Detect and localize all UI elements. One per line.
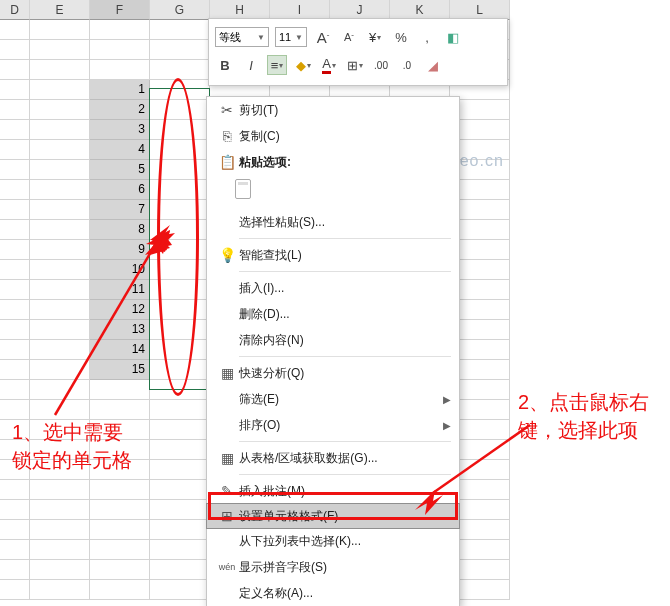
cell[interactable]: 15 [90,360,150,380]
cell[interactable] [30,380,90,400]
cell[interactable]: 10 [90,260,150,280]
cell[interactable] [0,420,30,440]
cell[interactable] [90,440,150,460]
col-header[interactable]: I [270,0,330,20]
cell[interactable] [30,520,90,540]
cell[interactable] [0,220,30,240]
cell[interactable]: 11 [90,280,150,300]
cell[interactable] [30,260,90,280]
cell[interactable] [30,60,90,80]
menu-define-name[interactable]: 定义名称(A)... [207,580,459,606]
align-button[interactable]: ≡▾ [267,55,287,75]
cell[interactable] [0,60,30,80]
cell[interactable]: 12 [90,300,150,320]
cell[interactable] [0,280,30,300]
cell[interactable] [0,320,30,340]
cell[interactable] [30,480,90,500]
cell[interactable]: 13 [90,320,150,340]
cell[interactable]: 6 [90,180,150,200]
cell[interactable] [90,540,150,560]
cell[interactable] [0,560,30,580]
cell[interactable] [0,180,30,200]
cell[interactable] [150,380,210,400]
cell[interactable] [150,440,210,460]
cell[interactable]: 7 [90,200,150,220]
italic-button[interactable]: I [241,55,261,75]
cell[interactable] [90,580,150,600]
menu-get-from-range[interactable]: ▦从表格/区域获取数据(G)... [207,445,459,471]
cell[interactable] [30,100,90,120]
cell[interactable] [90,20,150,40]
col-header[interactable]: L [450,0,510,20]
col-header[interactable]: K [390,0,450,20]
cell[interactable]: 4 [90,140,150,160]
menu-copy[interactable]: ⎘复制(C) [207,123,459,149]
cell[interactable] [30,540,90,560]
cell[interactable] [150,320,210,340]
cell[interactable] [30,140,90,160]
decimals-button[interactable]: .0 [397,55,417,75]
cell[interactable] [0,100,30,120]
menu-filter[interactable]: 筛选(E)▶ [207,386,459,412]
borders-button[interactable]: ⊞▾ [345,55,365,75]
format-button[interactable]: ◢ [423,55,443,75]
cell[interactable] [30,200,90,220]
cell[interactable] [150,400,210,420]
cell[interactable] [150,460,210,480]
cell[interactable] [0,40,30,60]
cell[interactable] [150,220,210,240]
cell[interactable] [150,300,210,320]
cell[interactable] [150,80,210,100]
cell[interactable] [0,160,30,180]
cell[interactable] [90,560,150,580]
cell[interactable] [30,420,90,440]
menu-cut[interactable]: ✂剪切(T) [207,97,459,123]
menu-format-cells[interactable]: ⊞设置单元格格式(F)... [206,503,460,529]
cell[interactable] [150,200,210,220]
bold-button[interactable]: B [215,55,235,75]
cell[interactable] [0,520,30,540]
menu-pick-list[interactable]: 从下拉列表中选择(K)... [207,528,459,554]
comma-button[interactable]: , [417,27,437,47]
cell[interactable] [30,40,90,60]
menu-clear[interactable]: 清除内容(N) [207,327,459,353]
menu-sort[interactable]: 排序(O)▶ [207,412,459,438]
cell[interactable] [90,60,150,80]
col-header[interactable]: D [0,0,30,20]
cell[interactable] [150,180,210,200]
cell[interactable] [150,260,210,280]
menu-smart-lookup[interactable]: 💡智能查找(L) [207,242,459,268]
cell[interactable] [150,560,210,580]
cell[interactable] [0,340,30,360]
cell[interactable] [0,360,30,380]
cell[interactable] [30,360,90,380]
col-header[interactable]: J [330,0,390,20]
cell[interactable] [0,120,30,140]
menu-phonetic[interactable]: wén显示拼音字段(S) [207,554,459,580]
cell[interactable]: 14 [90,340,150,360]
currency-button[interactable]: ¥▾ [365,27,385,47]
fill-color-button[interactable]: ◆▾ [293,55,313,75]
cell[interactable] [30,80,90,100]
cell[interactable] [0,80,30,100]
cell[interactable] [30,460,90,480]
col-header[interactable]: H [210,0,270,20]
cell[interactable] [30,220,90,240]
menu-insert-comment[interactable]: ✎插入批注(M) [207,478,459,504]
font-name-combo[interactable]: 等线▼ [215,27,269,47]
cell[interactable] [150,240,210,260]
percent-button[interactable]: % [391,27,411,47]
cell[interactable] [150,420,210,440]
menu-paste-special[interactable]: 选择性粘贴(S)... [207,209,459,235]
cell[interactable] [90,420,150,440]
cell[interactable] [150,340,210,360]
cell[interactable] [150,120,210,140]
cell[interactable] [30,160,90,180]
font-size-combo[interactable]: 11▼ [275,27,307,47]
cell[interactable] [150,520,210,540]
col-header[interactable]: G [150,0,210,20]
menu-delete[interactable]: 删除(D)... [207,301,459,327]
decimals-button[interactable]: .00 [371,55,391,75]
cell[interactable] [90,40,150,60]
cell[interactable] [90,380,150,400]
